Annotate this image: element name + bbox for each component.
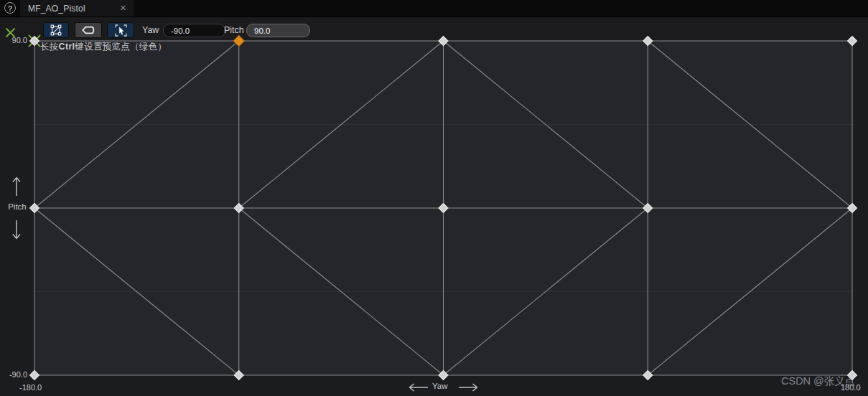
- yaw-left-arrow-icon: [408, 383, 429, 392]
- pitch-up-arrow-icon: [11, 176, 22, 197]
- preview-hint-text: 长按Ctrl键设置预览点（绿色）: [40, 41, 167, 53]
- sample-marker[interactable]: [643, 370, 653, 380]
- pitch-down-arrow-icon: [11, 219, 22, 240]
- pitch-max-label: 90.0: [1, 36, 27, 44]
- sample-marker[interactable]: [643, 203, 653, 212]
- sample-marker[interactable]: [847, 36, 857, 45]
- sample-marker[interactable]: [439, 370, 448, 380]
- yaw-min-label: -180.0: [19, 383, 42, 392]
- selected-sample-marker[interactable]: [233, 35, 245, 47]
- sample-marker[interactable]: [29, 370, 39, 380]
- yaw-max-label: 180.0: [841, 383, 861, 392]
- sample-marker[interactable]: [234, 203, 243, 212]
- pitch-min-label: -90.0: [0, 370, 27, 379]
- sample-marker[interactable]: [847, 203, 857, 212]
- sample-marker[interactable]: [847, 370, 857, 380]
- triangulation-canvas[interactable]: [0, 0, 868, 396]
- sample-marker[interactable]: [439, 36, 448, 45]
- pitch-axis-label: Pitch: [5, 202, 29, 211]
- sample-marker[interactable]: [643, 36, 653, 45]
- sample-marker[interactable]: [234, 370, 243, 380]
- yaw-right-arrow-icon: [457, 383, 479, 392]
- sample-marker[interactable]: [29, 203, 39, 212]
- yaw-axis-label: Yaw: [432, 382, 448, 390]
- sample-marker[interactable]: [439, 203, 448, 212]
